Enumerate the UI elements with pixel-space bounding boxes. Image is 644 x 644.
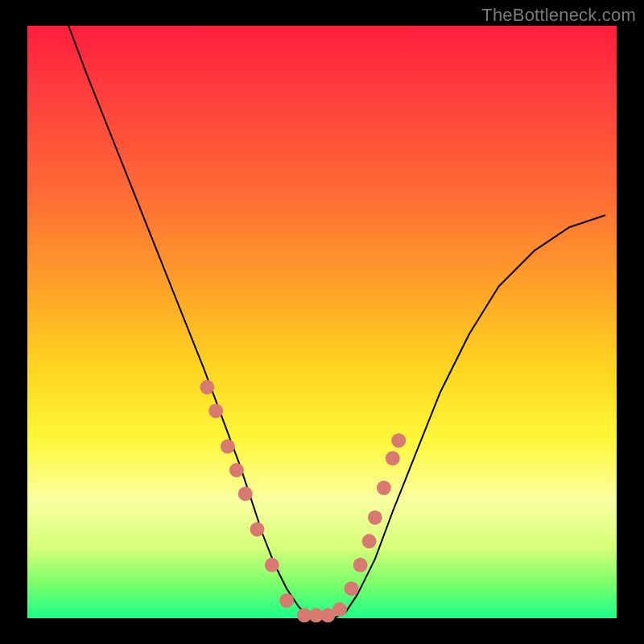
highlight-dot <box>238 486 253 501</box>
highlight-dot <box>391 433 406 448</box>
highlight-dot <box>250 522 265 537</box>
curve-svg <box>27 26 617 618</box>
chart-frame: TheBottleneck.com <box>0 0 644 644</box>
highlight-dot <box>279 593 294 608</box>
highlight-dot <box>332 602 347 617</box>
highlight-dot <box>265 558 279 572</box>
highlight-dot <box>345 581 359 596</box>
highlight-dot <box>229 463 244 477</box>
highlight-dot <box>200 380 214 394</box>
highlight-dot <box>362 534 377 548</box>
highlight-dot <box>208 403 223 418</box>
highlight-dot <box>353 558 368 572</box>
bottleneck-curve <box>68 26 605 618</box>
watermark-text: TheBottleneck.com <box>481 5 636 26</box>
highlight-dot <box>377 481 391 495</box>
highlight-dot <box>221 440 235 454</box>
plot-area <box>27 26 617 618</box>
highlight-dot <box>368 510 382 525</box>
highlight-dots <box>200 380 406 622</box>
highlight-dot <box>386 451 400 465</box>
